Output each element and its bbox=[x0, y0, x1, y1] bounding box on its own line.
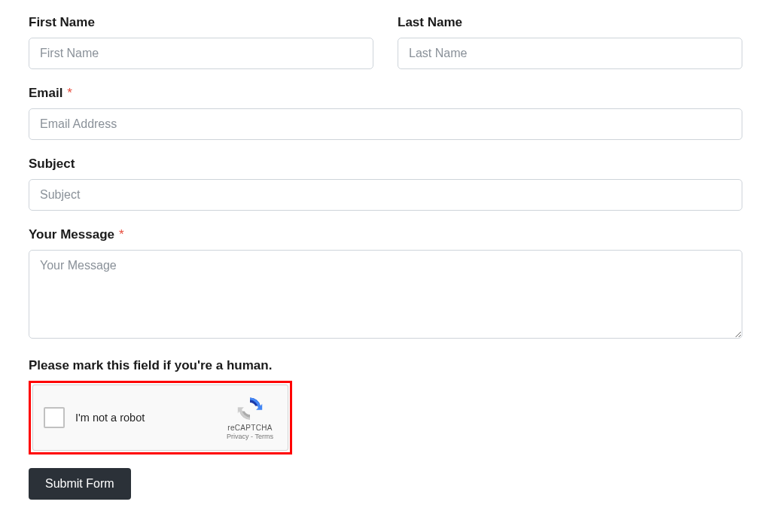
message-textarea[interactable] bbox=[29, 250, 742, 339]
recaptcha-widget: I'm not a robot reCAPTCHA Privacy - Term… bbox=[32, 385, 288, 451]
captcha-section: Please mark this field if you're a human… bbox=[29, 358, 742, 468]
required-mark: * bbox=[119, 227, 124, 242]
subject-label: Subject bbox=[29, 157, 75, 172]
message-label: Your Message* bbox=[29, 227, 124, 242]
first-name-label: First Name bbox=[29, 15, 373, 30]
first-name-group: First Name bbox=[29, 15, 373, 69]
recaptcha-highlight-box: I'm not a robot reCAPTCHA Privacy - Term… bbox=[29, 381, 292, 454]
recaptcha-text: I'm not a robot bbox=[75, 412, 221, 424]
recaptcha-logo-icon bbox=[236, 395, 264, 422]
recaptcha-brand-text: reCAPTCHA bbox=[227, 424, 272, 432]
required-mark: * bbox=[67, 86, 72, 100]
first-name-input[interactable] bbox=[29, 38, 373, 69]
last-name-label: Last Name bbox=[398, 15, 742, 30]
last-name-group: Last Name bbox=[398, 15, 742, 69]
contact-form: First Name Last Name Email* Subject Your… bbox=[29, 15, 742, 500]
subject-input[interactable] bbox=[29, 179, 742, 211]
captcha-label: Please mark this field if you're a human… bbox=[29, 358, 742, 373]
message-group: Your Message* bbox=[29, 227, 742, 342]
recaptcha-checkbox[interactable] bbox=[44, 407, 65, 428]
recaptcha-branding: reCAPTCHA Privacy - Terms bbox=[221, 395, 279, 440]
last-name-input[interactable] bbox=[398, 38, 742, 69]
subject-group: Subject bbox=[29, 157, 742, 211]
submit-button[interactable]: Submit Form bbox=[29, 468, 131, 500]
recaptcha-links[interactable]: Privacy - Terms bbox=[227, 433, 273, 440]
email-input[interactable] bbox=[29, 108, 742, 140]
email-group: Email* bbox=[29, 86, 742, 140]
email-label: Email* bbox=[29, 86, 72, 101]
